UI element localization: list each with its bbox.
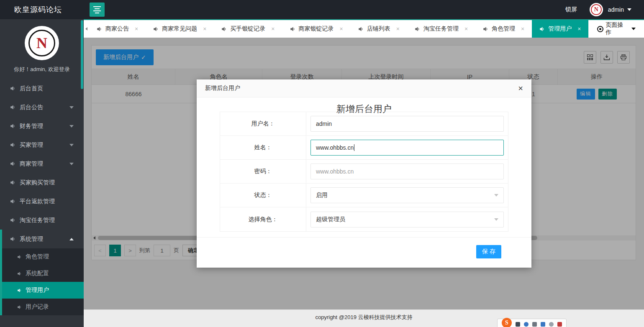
speaker-icon	[97, 26, 102, 32]
sidebar-item-platform-refunds[interactable]: 平台返款管理	[0, 192, 84, 211]
sidebar-subitem-system-config[interactable]: 系统配置	[2, 265, 84, 282]
sidebar-item-label: 买家购买管理	[20, 179, 55, 186]
password-value: www.ohbbs.cn	[316, 168, 354, 175]
tab-merchant-faq[interactable]: 商家常见问题 ×	[146, 20, 214, 38]
status-select[interactable]: 启用	[310, 187, 504, 203]
avatar-ring: N	[591, 4, 602, 15]
tab-label: 角色管理	[492, 25, 515, 33]
widget-icon[interactable]	[541, 322, 545, 327]
tab-label: 买手银锭记录	[230, 25, 265, 33]
chevron-down-icon	[494, 194, 498, 197]
username-input[interactable]: admin	[310, 116, 504, 132]
sidebar-subitem-label: 管理用户	[26, 286, 49, 294]
username[interactable]: admin	[608, 6, 624, 13]
chevron-down-icon	[69, 163, 74, 165]
avatar[interactable]: N	[590, 3, 603, 16]
sidebar-subitem-admin-users[interactable]: 管理用户	[2, 282, 84, 299]
status-label: 状态：	[220, 184, 306, 207]
speaker-icon	[358, 26, 364, 32]
name-label: 姓名：	[220, 136, 306, 159]
tab-merchant-ingot-records[interactable]: 商家银锭记录 ×	[282, 20, 351, 38]
sidebar-subitem-user-records[interactable]: 用户记录	[2, 299, 84, 315]
tab-taobao-task-management[interactable]: 淘宝任务管理 ×	[407, 20, 475, 38]
tab-role-management[interactable]: 角色管理 ×	[475, 20, 532, 38]
hamburger-menu-icon[interactable]	[90, 3, 105, 17]
form-row-name: 姓名： www.ohbbs.cn	[220, 136, 508, 160]
form-row-username: 用户名： admin	[220, 112, 508, 136]
name-input[interactable]: www.ohbbs.cn	[310, 140, 504, 156]
password-input[interactable]: www.ohbbs.cn	[310, 164, 504, 179]
sidebar-item-buyers[interactable]: 买家管理	[0, 135, 84, 154]
sidebar-subitem-label: 用户记录	[26, 303, 49, 311]
sidebar-item-label: 买家管理	[20, 141, 43, 149]
close-icon[interactable]: ×	[518, 84, 523, 92]
speaker-icon	[10, 123, 15, 129]
close-icon[interactable]: ×	[396, 26, 400, 32]
sidebar: N 你好！admin, 欢迎登录 后台首页 后台公告 财务管理 买家管理 商家管…	[0, 19, 84, 327]
top-header-bar: 欧皇源码论坛 锁屏 N admin	[0, 0, 644, 19]
page-operations-dropdown[interactable]: 页面操作	[588, 20, 644, 38]
system-submenu: 角色管理 系统配置 管理用户 用户记录	[2, 248, 84, 315]
role-select[interactable]: 超级管理员	[310, 212, 504, 227]
sidebar-item-merchants[interactable]: 商家管理	[0, 154, 84, 173]
speaker-icon	[415, 26, 420, 32]
page-operations-label: 页面操作	[606, 21, 629, 36]
lock-screen-button[interactable]: 锁屏	[565, 6, 577, 13]
browser-toolbar-widget: S	[497, 319, 567, 327]
speaker-icon	[17, 271, 22, 276]
role-label: 选择角色：	[220, 207, 306, 231]
tab-admin-users[interactable]: 管理用户 ×	[532, 20, 588, 38]
widget-icon[interactable]	[524, 322, 529, 327]
tab-label: 淘宝任务管理	[423, 25, 459, 33]
form-row-status: 状态： 启用	[220, 184, 508, 207]
browser-logo-icon[interactable]: S	[502, 318, 512, 327]
welcome-greeting: 你好！admin, 欢迎登录	[0, 66, 84, 73]
speaker-icon	[153, 26, 159, 32]
widget-icon[interactable]	[532, 322, 537, 327]
tab-merchant-announcement[interactable]: 商家公告 ×	[89, 20, 146, 38]
widget-icon[interactable]	[516, 322, 520, 327]
close-icon[interactable]: ×	[340, 26, 343, 32]
speaker-icon	[539, 26, 545, 32]
widget-icon[interactable]	[549, 322, 554, 327]
form-row-password: 密码： www.ohbbs.cn	[220, 160, 508, 184]
sidebar-item-finance[interactable]: 财务管理	[0, 117, 84, 135]
close-icon[interactable]: ×	[135, 26, 138, 32]
chevron-down-icon[interactable]	[627, 8, 631, 11]
sidebar-item-announcements[interactable]: 后台公告	[0, 98, 84, 117]
sidebar-item-system-management[interactable]: 系统管理	[2, 230, 84, 248]
sidebar-subitem-label: 系统配置	[26, 270, 49, 277]
sidebar-subitem-roles[interactable]: 角色管理	[2, 248, 84, 265]
modal-title: 新增后台用户	[205, 84, 240, 92]
logo-ring: N	[28, 30, 55, 56]
close-icon[interactable]: ×	[577, 26, 581, 32]
speaker-icon	[17, 288, 22, 293]
speaker-icon	[17, 255, 22, 259]
text-cursor	[354, 144, 354, 151]
close-icon[interactable]: ×	[271, 26, 275, 32]
tab-shop-list[interactable]: 店铺列表 ×	[351, 20, 407, 38]
sidebar-group-system: 系统管理 角色管理 系统配置 管理用户 用户记录	[0, 230, 84, 315]
app-title: 欧皇源码论坛	[14, 5, 62, 15]
modal-title-bar: 新增后台用户 ×	[197, 79, 531, 97]
sidebar-scrollbar-thumb[interactable]	[81, 20, 83, 89]
save-button[interactable]: 保 存	[476, 245, 501, 258]
close-icon[interactable]: ×	[464, 26, 468, 32]
chevron-down-icon	[631, 28, 636, 30]
widget-icon[interactable]	[557, 322, 562, 327]
sidebar-item-label: 平台返款管理	[20, 198, 55, 205]
add-admin-user-modal: 新增后台用户 × 新增后台用户 用户名： admin 姓名： www.ohbbs…	[197, 79, 531, 268]
close-icon[interactable]: ×	[521, 26, 524, 32]
close-icon[interactable]: ×	[203, 26, 206, 32]
sidebar-item-dashboard[interactable]: 后台首页	[0, 79, 84, 98]
tab-label: 商家银锭记录	[299, 25, 334, 33]
tab-buyer-ingot-records[interactable]: 买手银锭记录 ×	[214, 20, 282, 38]
speaker-icon	[10, 86, 15, 91]
tab-label: 商家常见问题	[162, 25, 197, 33]
form-row-role: 选择角色： 超级管理员	[220, 207, 508, 231]
tab-scroll-left-icon[interactable]	[84, 20, 89, 38]
sidebar-item-buyer-purchases[interactable]: 买家购买管理	[0, 173, 84, 192]
name-value: www.ohbbs.cn	[316, 144, 354, 151]
target-dot-icon	[597, 26, 603, 32]
sidebar-item-taobao-tasks[interactable]: 淘宝任务管理	[0, 211, 84, 230]
